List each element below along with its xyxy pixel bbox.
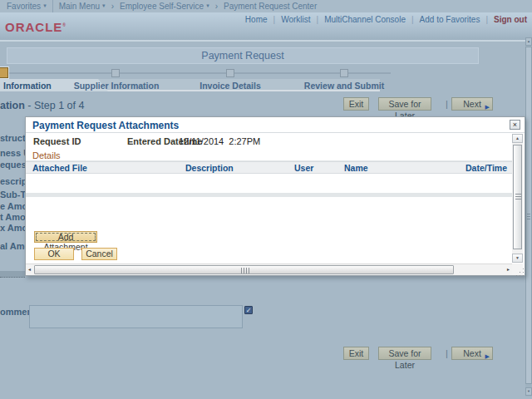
dialog-vertical-scrollbar[interactable]: ▲ ▼: [512, 134, 523, 263]
tab-information[interactable]: Information: [3, 81, 52, 91]
grid-header-fragment: [0, 271, 25, 278]
breadcrumb-employee-self-service[interactable]: Employee Self-Service ▾: [120, 2, 209, 11]
details-section-label: Details: [32, 150, 61, 160]
step-marker-supplier-information: [111, 69, 120, 77]
page-header: Home | Worklist | MultiChannel Console |…: [0, 12, 532, 40]
page-title: Payment Request: [7, 47, 479, 64]
tab-invoice-details[interactable]: Invoice Details: [185, 81, 276, 91]
comments-textarea[interactable]: [29, 305, 243, 328]
save-for-later-button-top[interactable]: Save for Later: [378, 97, 431, 111]
dialog-horizontal-scrollbar[interactable]: ◄ ►: [26, 264, 512, 275]
breadcrumb-path2-label: Payment Request Center: [224, 2, 317, 11]
worklist-link[interactable]: Worklist: [281, 15, 310, 24]
link-divider: |: [485, 15, 488, 24]
next-arrow-icon: ▶: [485, 101, 490, 113]
cancel-button[interactable]: Cancel: [81, 248, 117, 260]
resize-grip-icon: [520, 272, 520, 273]
column-user: User: [294, 163, 313, 173]
next-arrow-icon: ▶: [485, 351, 490, 362]
tab-supplier-information[interactable]: Supplier Information: [71, 81, 162, 91]
oracle-logo: ORACLE®: [5, 20, 66, 34]
dialog-resize-corner[interactable]: [512, 264, 523, 275]
attachments-grid-footer: [26, 193, 512, 197]
scroll-up-icon[interactable]: ▲: [525, 37, 532, 46]
breadcrumb-divider: [52, 0, 53, 12]
link-divider: |: [273, 15, 276, 24]
home-link[interactable]: Home: [245, 15, 268, 24]
chevron-down-icon: ▾: [102, 2, 106, 9]
scroll-up-icon[interactable]: ▲: [512, 134, 523, 143]
scroll-down-icon[interactable]: ▼: [512, 254, 523, 263]
column-name: Name: [344, 163, 368, 173]
ok-button[interactable]: OK: [34, 248, 74, 260]
toolbar-divider: |: [446, 348, 448, 358]
close-icon[interactable]: ×: [510, 120, 520, 130]
step-caption-rest: - Step 1 of 4: [25, 100, 85, 111]
registered-mark-icon: ®: [62, 22, 66, 27]
screen: Favorites ▾ Main Menu ▾ › Employee Self-…: [0, 0, 532, 399]
step-caption: ation - Step 1 of 4: [0, 100, 84, 111]
header-separator: [0, 40, 532, 42]
exit-button-bottom[interactable]: Exit: [343, 347, 369, 360]
entered-datetime-value: 12/11/2014 2:27PM: [179, 136, 260, 146]
breadcrumb-separator-icon: ›: [111, 2, 114, 11]
next-button-label: Next: [463, 348, 481, 358]
spell-check-icon[interactable]: ✓: [244, 306, 253, 314]
dialog-title-divider: [26, 132, 525, 133]
save-for-later-button-bottom[interactable]: Save for Later: [378, 347, 431, 360]
breadcrumb-separator-icon: ›: [215, 2, 218, 11]
next-button-top[interactable]: Next ▶: [451, 97, 493, 111]
chevron-down-icon: ▾: [206, 2, 209, 9]
breadcrumb-favorites[interactable]: Favorites ▾: [7, 2, 47, 11]
dialog-hscrollbar-thumb[interactable]: [34, 265, 454, 274]
column-description: Description: [185, 163, 234, 173]
scrollbar-grip: [527, 214, 530, 219]
tab-review-and-submit[interactable]: Review and Submit: [298, 81, 390, 91]
exit-button-top[interactable]: Exit: [343, 97, 369, 111]
scroll-right-icon[interactable]: ►: [505, 264, 512, 275]
link-divider: |: [411, 15, 414, 24]
sign-out-link[interactable]: Sign out: [494, 15, 527, 24]
dialog-vscrollbar-thumb[interactable]: [513, 145, 522, 249]
dialog-title: Payment Request Attachments: [32, 120, 179, 131]
breadcrumb-path1-label: Employee Self-Service: [120, 2, 204, 11]
header-links: Home | Worklist | MultiChannel Console |…: [245, 15, 527, 24]
breadcrumb-main-menu[interactable]: Main Menu ▾: [59, 2, 106, 11]
step-marker-information: [0, 67, 8, 78]
breadcrumb-payment-request-center[interactable]: Payment Request Center: [224, 2, 317, 11]
step-train-line: [0, 72, 391, 74]
page-scrollbar[interactable]: ▲ ▼: [525, 37, 532, 397]
scroll-down-icon[interactable]: ▼: [525, 387, 532, 396]
column-date-time: Date/Time: [466, 163, 507, 173]
request-id-label: Request ID: [33, 136, 81, 146]
column-attached-file: Attached File: [32, 163, 87, 173]
chevron-down-icon: ▾: [43, 2, 47, 9]
payment-request-attachments-dialog: Payment Request Attachments × Request ID…: [25, 116, 525, 276]
next-button-bottom[interactable]: Next ▶: [451, 347, 493, 360]
step-marker-invoice-details: [226, 69, 234, 77]
scrollbar-grip: [515, 194, 521, 200]
breadcrumb: Favorites ▾ Main Menu ▾ › Employee Self-…: [0, 0, 532, 12]
page-scrollbar-thumb[interactable]: [525, 47, 532, 384]
next-button-label: Next: [463, 99, 481, 109]
step-marker-review-and-submit: [340, 69, 348, 77]
multichannel-console-link[interactable]: MultiChannel Console: [324, 15, 406, 24]
step-caption-bold: ation: [0, 100, 25, 111]
breadcrumb-main-menu-label: Main Menu: [59, 2, 100, 11]
toolbar-divider: |: [446, 99, 448, 109]
link-divider: |: [317, 15, 319, 24]
scrollbar-grip: [241, 268, 249, 273]
scroll-left-icon[interactable]: ◄: [26, 264, 33, 275]
breadcrumb-favorites-label: Favorites: [7, 2, 41, 11]
add-attachment-button[interactable]: Add Attachment: [34, 231, 97, 243]
add-to-favorites-link[interactable]: Add to Favorites: [420, 15, 480, 24]
attachments-grid-header: Attached File Description User Name Date…: [26, 161, 512, 174]
